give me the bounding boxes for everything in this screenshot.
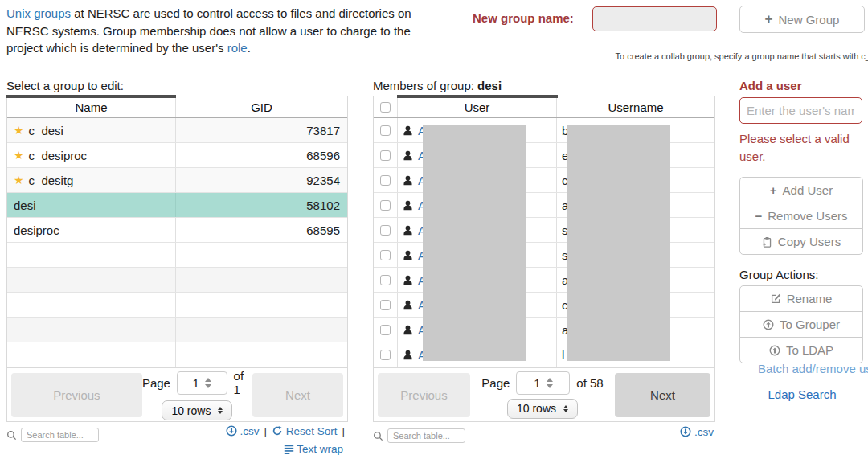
column-header-gid[interactable]: GID — [176, 100, 347, 114]
group-gid: 58102 — [176, 199, 347, 212]
member-checkbox[interactable] — [380, 125, 391, 136]
batch-add-remove-link[interactable]: Batch add/remove users — [758, 362, 868, 375]
column-header-name[interactable]: Name — [7, 96, 176, 117]
member-row: A a — [374, 268, 714, 293]
member-checkbox[interactable] — [380, 175, 391, 186]
member-row: A a — [374, 318, 714, 342]
member-checkbox[interactable] — [380, 325, 391, 335]
group-name: desiproc — [14, 223, 59, 237]
member-checkbox[interactable] — [380, 150, 391, 161]
table-row-selected[interactable]: desi 58102 — [7, 193, 347, 218]
group-list-title: Select a group to edit: — [6, 79, 348, 92]
intro-text: Unix groups at NERSC are used to control… — [6, 5, 440, 57]
add-user-input[interactable] — [739, 97, 862, 124]
group-table-pagination: Previous Page 1 of 1 10 rows — [7, 367, 347, 421]
unix-groups-link[interactable]: Unix groups — [6, 6, 71, 20]
select-all-checkbox[interactable] — [380, 102, 391, 113]
star-icon[interactable]: ★ — [14, 124, 24, 137]
search-icon — [373, 431, 383, 441]
reset-sort-icon — [272, 425, 283, 437]
new-group-name-input[interactable] — [592, 6, 717, 31]
member-checkbox[interactable] — [380, 250, 391, 260]
member-row: A e — [374, 143, 714, 168]
group-gid: 68596 — [176, 149, 347, 162]
rows-per-page-select[interactable]: 10 rows — [162, 400, 232, 420]
copy-users-button[interactable]: Copy Users — [739, 228, 863, 255]
column-header-username[interactable]: Username — [557, 96, 714, 117]
table-row-empty — [7, 243, 347, 268]
role-link[interactable]: role — [227, 41, 248, 55]
table-row[interactable]: ★c_desiproc 68596 — [7, 143, 347, 168]
person-icon — [403, 350, 413, 360]
table-row[interactable]: ★c_desi 73817 — [7, 118, 347, 143]
members-table: User Username A b A e A c A a — [373, 96, 715, 422]
select-arrows-icon — [218, 407, 223, 414]
member-checkbox[interactable] — [380, 200, 391, 211]
paste-icon — [762, 236, 772, 248]
person-icon — [403, 325, 413, 335]
validation-error-text: Please select a valid user. — [739, 130, 862, 166]
page-number-input[interactable]: 1 — [516, 371, 570, 395]
star-icon[interactable]: ★ — [14, 149, 24, 162]
member-row: A b — [374, 118, 714, 143]
group-gid: 92354 — [176, 174, 347, 187]
person-icon — [403, 175, 413, 186]
members-group-name: desi — [477, 79, 502, 92]
members-table-pagination: Previous Page 1 of 58 10 rows — [374, 367, 714, 421]
star-icon[interactable]: ★ — [14, 174, 24, 187]
next-page-button[interactable]: Next — [615, 373, 710, 417]
text-wrap-icon — [284, 444, 294, 454]
rows-per-page-value: 10 rows — [171, 404, 211, 417]
sort-indicator-bar — [6, 95, 176, 98]
member-row: A s — [374, 243, 714, 268]
member-checkbox[interactable] — [380, 275, 391, 285]
person-icon — [403, 150, 413, 161]
table-row[interactable]: ★c_desitg 92354 — [7, 168, 347, 193]
add-user-button[interactable]: + Add User — [739, 177, 863, 203]
redacted-username — [567, 317, 670, 342]
search-icon — [6, 430, 17, 441]
member-checkbox[interactable] — [380, 300, 391, 310]
to-ldap-button[interactable]: To LDAP — [739, 337, 863, 363]
csv-download-link[interactable]: .csv — [226, 425, 260, 437]
member-checkbox[interactable] — [380, 225, 391, 236]
table-row-empty — [7, 293, 347, 318]
members-search-input[interactable] — [387, 428, 465, 443]
table-row-empty — [7, 268, 347, 293]
redacted-name — [423, 142, 526, 168]
member-row: A c — [374, 293, 714, 318]
next-page-button[interactable]: Next — [252, 373, 343, 417]
page-stepper-icon[interactable] — [547, 378, 553, 388]
table-row[interactable]: desiproc 68595 — [7, 218, 347, 243]
previous-page-button[interactable]: Previous — [378, 373, 470, 417]
member-row: A l — [374, 342, 714, 367]
redacted-name — [423, 292, 526, 318]
redacted-name — [423, 192, 526, 218]
page-number-input[interactable]: 1 — [177, 371, 227, 395]
minus-icon: − — [755, 209, 763, 223]
select-arrows-icon — [563, 405, 568, 412]
redacted-name — [423, 242, 526, 268]
reset-sort-link[interactable]: Reset Sort — [272, 425, 338, 437]
csv-download-link[interactable]: .csv — [680, 426, 714, 438]
download-csv-icon — [680, 426, 691, 437]
group-list-panel: Select a group to edit: Name GID ★c_desi… — [6, 79, 348, 422]
remove-users-button[interactable]: − Remove Users — [739, 203, 863, 229]
page-count-label: of 1 — [234, 369, 252, 396]
plus-icon: + — [770, 183, 777, 197]
member-checkbox[interactable] — [380, 350, 391, 360]
previous-page-button[interactable]: Previous — [11, 373, 142, 417]
column-header-user[interactable]: User — [398, 96, 557, 117]
group-name: c_desitg — [29, 174, 74, 187]
new-group-button[interactable]: + New Group — [739, 6, 865, 33]
collab-group-note: To create a collab group, specify a grou… — [616, 51, 868, 61]
to-grouper-button[interactable]: To Grouper — [739, 311, 863, 338]
text-wrap-link[interactable]: Text wrap — [284, 443, 343, 455]
page-stepper-icon[interactable] — [205, 378, 211, 388]
rows-per-page-select[interactable]: 10 rows — [507, 399, 578, 419]
table-row-empty — [7, 342, 347, 367]
new-group-button-label: New Group — [779, 13, 840, 27]
group-search-input[interactable] — [21, 428, 99, 442]
rename-group-button[interactable]: Rename — [739, 285, 863, 312]
ldap-search-link[interactable]: Ldap Search — [739, 387, 865, 401]
